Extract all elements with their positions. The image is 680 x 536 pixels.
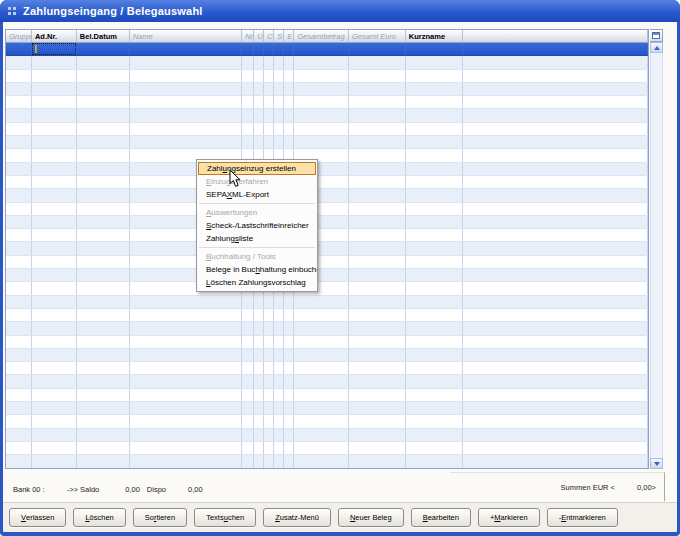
table-cell[interactable] [130, 375, 243, 387]
table-cell[interactable] [349, 375, 406, 387]
table-cell[interactable] [32, 349, 77, 361]
table-cell[interactable] [254, 56, 264, 68]
table-cell[interactable] [349, 123, 406, 135]
table-cell[interactable] [294, 296, 349, 308]
table-cell[interactable] [463, 229, 648, 241]
table-cell[interactable] [406, 163, 463, 175]
table-cell[interactable] [254, 336, 264, 348]
table-cell[interactable] [294, 136, 349, 148]
table-cell[interactable] [254, 362, 264, 374]
table-cell[interactable] [242, 362, 254, 374]
table-cell[interactable] [6, 296, 32, 308]
table-cell[interactable] [406, 43, 463, 55]
table-cell[interactable] [130, 309, 243, 321]
table-cell[interactable] [349, 442, 406, 454]
table-row[interactable] [6, 203, 648, 216]
table-row[interactable] [6, 43, 648, 56]
table-cell[interactable] [406, 415, 463, 427]
table-cell[interactable] [406, 109, 463, 121]
table-cell[interactable] [284, 442, 294, 454]
table-cell[interactable] [77, 349, 130, 361]
table-cell[interactable] [242, 296, 254, 308]
table-cell[interactable] [77, 203, 130, 215]
table-cell[interactable] [32, 322, 77, 334]
table-cell[interactable] [284, 389, 294, 401]
table-row[interactable] [6, 336, 648, 349]
table-cell[interactable] [130, 83, 243, 95]
column-header-12[interactable] [463, 30, 648, 43]
table-cell[interactable] [294, 96, 349, 108]
table-cell[interactable] [130, 362, 243, 374]
table-cell[interactable] [242, 96, 254, 108]
table-row[interactable] [6, 216, 648, 229]
table-cell[interactable] [406, 282, 463, 294]
table-cell[interactable] [130, 389, 243, 401]
table-cell[interactable] [274, 109, 284, 121]
table-cell[interactable] [284, 362, 294, 374]
table-cell[interactable] [242, 322, 254, 334]
table-cell[interactable] [77, 229, 130, 241]
table-cell[interactable] [349, 336, 406, 348]
table-cell[interactable] [406, 402, 463, 414]
table-cell[interactable] [77, 242, 130, 254]
table-cell[interactable] [32, 70, 77, 82]
table-cell[interactable] [6, 70, 32, 82]
table-cell[interactable] [242, 56, 254, 68]
table-cell[interactable] [6, 136, 32, 148]
table-cell[interactable] [77, 429, 130, 441]
table-cell[interactable] [284, 349, 294, 361]
table-cell[interactable] [264, 349, 274, 361]
table-cell[interactable] [254, 429, 264, 441]
table-row[interactable] [6, 163, 648, 176]
table-cell[interactable] [32, 389, 77, 401]
table-cell[interactable] [32, 375, 77, 387]
table-cell[interactable] [6, 43, 32, 55]
table-cell[interactable] [130, 109, 243, 121]
table-cell[interactable] [463, 256, 648, 268]
table-cell[interactable] [6, 149, 32, 161]
table-cell[interactable] [349, 109, 406, 121]
table-cell[interactable] [130, 455, 243, 467]
table-cell[interactable] [406, 309, 463, 321]
table-cell[interactable] [274, 455, 284, 467]
table-cell[interactable] [264, 336, 274, 348]
table-cell[interactable] [130, 402, 243, 414]
table-cell[interactable] [406, 242, 463, 254]
table-cell[interactable] [6, 96, 32, 108]
table-cell[interactable] [32, 136, 77, 148]
table-cell[interactable] [463, 96, 648, 108]
table-cell[interactable] [77, 415, 130, 427]
table-cell[interactable] [463, 415, 648, 427]
table-row[interactable] [6, 349, 648, 362]
table-cell[interactable] [284, 336, 294, 348]
table-row[interactable] [6, 242, 648, 255]
table-cell[interactable] [274, 296, 284, 308]
menu-item-0[interactable]: Zahlungseinzug erstellen [198, 162, 316, 175]
table-cell[interactable] [349, 309, 406, 321]
table-cell[interactable] [264, 455, 274, 467]
table-cell[interactable] [254, 309, 264, 321]
table-cell[interactable] [130, 296, 243, 308]
table-cell[interactable] [349, 216, 406, 228]
table-cell[interactable] [349, 389, 406, 401]
table-cell[interactable] [349, 56, 406, 68]
vertical-scrollbar[interactable] [650, 29, 663, 469]
table-cell[interactable] [294, 56, 349, 68]
table-cell[interactable] [349, 189, 406, 201]
table-row[interactable] [6, 309, 648, 322]
table-cell[interactable] [463, 242, 648, 254]
table-cell[interactable] [32, 282, 77, 294]
table-cell[interactable] [77, 309, 130, 321]
table-cell[interactable] [130, 415, 243, 427]
table-cell[interactable] [463, 123, 648, 135]
table-cell[interactable] [77, 149, 130, 161]
table-cell[interactable] [284, 309, 294, 321]
table-cell[interactable] [294, 83, 349, 95]
table-cell[interactable] [254, 136, 264, 148]
table-cell[interactable] [463, 362, 648, 374]
table-cell[interactable] [349, 83, 406, 95]
table-cell[interactable] [242, 83, 254, 95]
table-cell[interactable] [32, 216, 77, 228]
table-cell[interactable] [274, 56, 284, 68]
scrollbar-track[interactable] [650, 53, 663, 458]
